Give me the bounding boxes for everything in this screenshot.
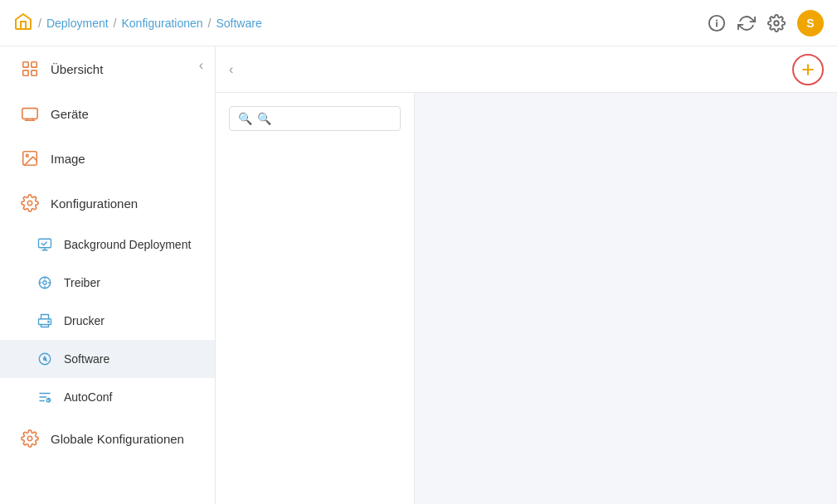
global-gear-icon [19,428,41,449]
sidebar-label-image: Image [51,152,85,166]
info-icon[interactable] [708,14,726,32]
treiber-icon [36,274,54,292]
sidebar: ‹ Übersicht Geräte [0,46,216,504]
sidebar-label-autoconf: AutoConf [64,390,112,404]
sidebar-label-globale-konfigurationen: Globale Konfigurationen [51,432,184,446]
software-icon [36,350,54,368]
grid-icon [19,58,41,80]
search-box[interactable]: 🔍 [229,106,401,131]
search-input[interactable] [257,112,402,125]
sidebar-item-gerate[interactable]: Geräte [0,91,215,136]
autoconf-icon [36,388,54,406]
search-icon: 🔍 [238,112,252,125]
search-panel: 🔍 [216,93,415,504]
svg-rect-4 [23,62,28,67]
device-icon [19,103,41,124]
svg-point-16 [48,321,50,322]
add-button[interactable] [792,54,824,85]
main-toolbar: ‹ [216,46,837,93]
settings-icon[interactable] [767,14,786,32]
sep-1: / [38,17,41,30]
svg-point-10 [26,154,28,157]
svg-point-3 [774,21,779,26]
sidebar-item-background-deployment[interactable]: Background Deployment [0,225,215,264]
main-body: 🔍 [216,93,837,504]
main-content: ‹ 🔍 [216,46,837,504]
sidebar-label-drucker: Drucker [64,314,105,327]
sidebar-item-software[interactable]: Software [0,340,215,378]
image-icon [19,148,41,169]
svg-rect-7 [32,70,36,75]
sidebar-item-image[interactable]: Image [0,136,215,181]
sidebar-label-treiber: Treiber [64,276,100,289]
sidebar-label-ubersicht: Übersicht [51,62,103,76]
home-icon[interactable] [13,12,33,34]
sidebar-label-software: Software [64,352,109,366]
gear-icon [19,192,41,214]
sidebar-label-konfigurationen: Konfigurationen [51,196,138,211]
sidebar-item-globale-konfigurationen[interactable]: Globale Konfigurationen [0,416,215,461]
breadcrumb-konfigurationen[interactable]: Konfigurationen [121,17,202,30]
sidebar-item-treiber[interactable]: Treiber [0,264,215,302]
app-layout: ‹ Übersicht Geräte [0,46,837,504]
svg-point-20 [27,436,32,441]
svg-rect-6 [23,70,28,75]
svg-rect-5 [32,62,36,67]
app-header: / Deployment / Konfigurationen / Softwar… [0,0,837,46]
sidebar-item-drucker[interactable]: Drucker [0,302,215,340]
sidebar-label-background-deployment: Background Deployment [64,238,191,251]
svg-point-14 [43,281,47,285]
sidebar-item-ubersicht[interactable]: Übersicht [0,46,215,91]
sidebar-item-autoconf[interactable]: AutoConf [0,378,215,416]
refresh-icon[interactable] [737,14,756,32]
svg-point-11 [27,201,32,206]
svg-rect-8 [22,109,37,119]
user-avatar[interactable]: S [797,10,824,36]
sidebar-item-konfigurationen[interactable]: Konfigurationen [0,181,215,225]
breadcrumb: / Deployment / Konfigurationen / Softwar… [13,12,262,34]
content-area [415,93,837,504]
drucker-icon [36,312,54,330]
back-button[interactable]: ‹ [229,62,233,77]
header-actions: S [708,10,824,36]
breadcrumb-software[interactable]: Software [216,17,261,30]
breadcrumb-deployment[interactable]: Deployment [46,17,109,30]
sidebar-label-gerate: Geräte [51,107,89,121]
bg-deploy-icon [36,235,54,254]
sidebar-toggle-button[interactable]: ‹ [199,58,203,73]
sep-2: / [114,17,117,30]
sep-3: / [208,17,212,30]
